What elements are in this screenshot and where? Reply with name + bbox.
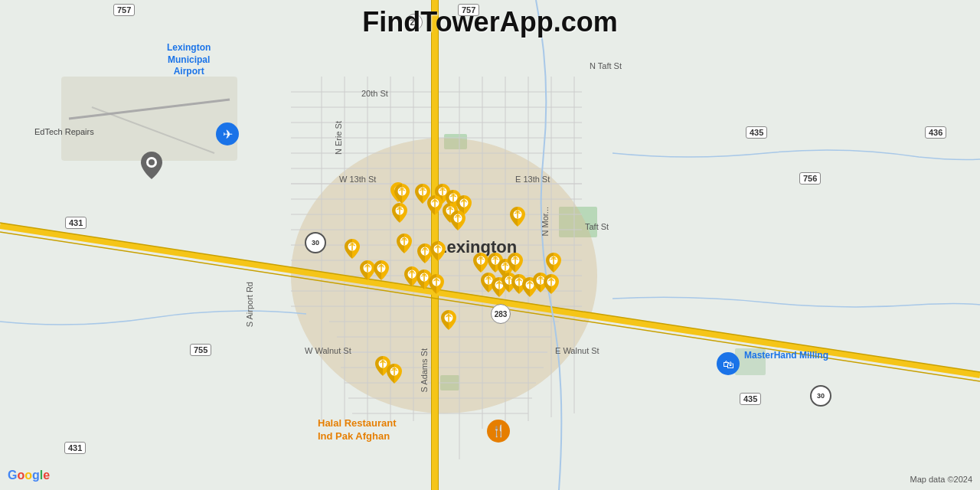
google-logo-o1: o xyxy=(17,469,24,482)
hwy-badge-435-b: 435 xyxy=(740,393,761,405)
tower-marker-t1[interactable] xyxy=(394,184,410,204)
road-label-n-erie: N Erie St xyxy=(334,121,343,155)
site-title: FindTowerApp.com xyxy=(362,6,617,38)
road-label-20th: 20th St xyxy=(361,89,388,98)
road-label-n-taft: N Taft St xyxy=(590,61,622,70)
tower-marker-t12[interactable] xyxy=(397,234,412,253)
restaurant-marker-halal: 🍴 xyxy=(487,420,510,443)
hwy-badge-757-tl: 757 xyxy=(113,4,135,16)
road-label-n-mor: N Mor... xyxy=(541,207,550,237)
tower-marker-t11[interactable] xyxy=(345,239,360,259)
google-logo-g: G xyxy=(8,469,17,482)
tower-marker-t10[interactable] xyxy=(510,207,525,227)
tower-marker-t14[interactable] xyxy=(430,241,446,261)
tower-marker-t31[interactable] xyxy=(544,274,559,294)
hwy-badge-755: 755 xyxy=(190,344,211,356)
google-logo: Google xyxy=(8,469,50,482)
airport-marker: ✈ xyxy=(216,122,239,145)
us-route-30: 30 xyxy=(305,232,326,253)
tower-marker-t32[interactable] xyxy=(441,310,456,330)
tower-marker-t9[interactable] xyxy=(450,211,466,230)
tower-marker-t19[interactable] xyxy=(546,253,561,273)
shopping-marker-masterhand: 🛍 xyxy=(717,352,740,375)
road-label-e-13th: E 13th St xyxy=(515,175,550,184)
hwy-badge-431-l: 431 xyxy=(65,217,87,229)
svg-point-49 xyxy=(149,159,155,165)
google-logo-o2: o xyxy=(24,469,32,482)
map-attribution: Map data ©2024 xyxy=(910,475,973,484)
tower-marker-t34[interactable] xyxy=(387,364,402,384)
poi-label-airport[interactable]: LexingtonMunicipalAirport xyxy=(167,42,211,78)
road-label-taft: Taft St xyxy=(585,222,609,231)
hwy-badge-756: 756 xyxy=(799,172,821,185)
map-container: FindTowerApp.com 757 757 21 435 436 756 … xyxy=(0,0,980,490)
tower-marker-t24[interactable] xyxy=(429,274,444,294)
poi-label-masterhand[interactable]: MasterHand Milling xyxy=(744,350,828,362)
google-logo-e: e xyxy=(43,469,50,482)
location-pin-edtech xyxy=(141,152,162,179)
hwy-badge-431-b: 431 xyxy=(64,442,86,454)
road-label-s-adams: S Adams St xyxy=(420,348,429,392)
road-label-e-walnut: E Walnut St xyxy=(555,346,599,355)
svg-rect-45 xyxy=(61,77,237,161)
us-route-30-b: 30 xyxy=(810,385,831,407)
hwy-badge-283: 283 xyxy=(491,304,511,324)
tower-marker-t21[interactable] xyxy=(374,260,389,280)
tower-marker-t20[interactable] xyxy=(360,260,375,280)
tower-marker-t4[interactable] xyxy=(427,195,443,215)
poi-label-halal[interactable]: Halal RestaurantInd Pak Afghan xyxy=(318,417,397,443)
google-logo-g2: g xyxy=(32,469,40,482)
tower-marker-t8[interactable] xyxy=(392,203,407,223)
road-label-w-13th: W 13th St xyxy=(339,175,376,184)
poi-label-edtech[interactable]: EdTech Repairs xyxy=(34,126,94,137)
tower-marker-t15[interactable] xyxy=(473,253,488,273)
hwy-badge-435-r: 435 xyxy=(746,126,767,139)
tower-marker-t18[interactable] xyxy=(508,253,523,273)
road-label-w-walnut: W Walnut St xyxy=(305,346,351,355)
road-label-s-airport: S Airport Rd xyxy=(245,282,254,327)
hwy-badge-436: 436 xyxy=(925,126,946,139)
